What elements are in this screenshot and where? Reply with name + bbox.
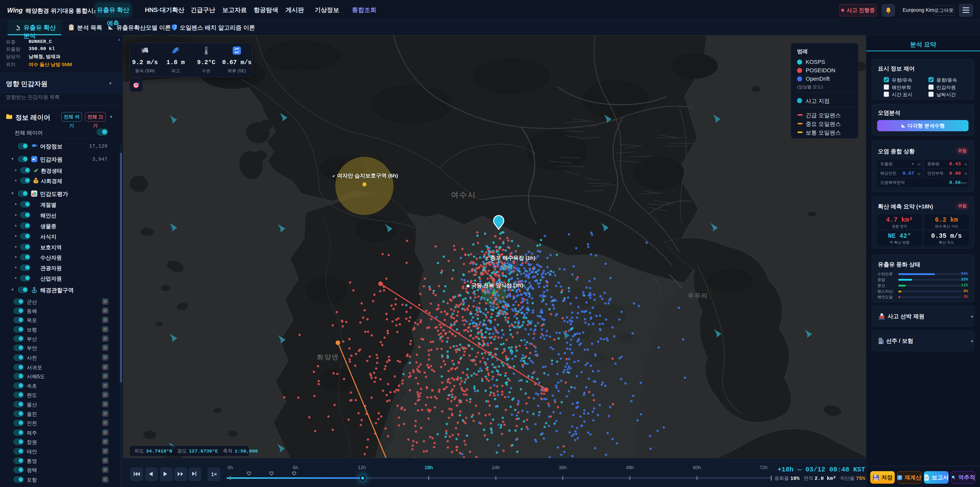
svg-text:$: $: [35, 179, 37, 183]
